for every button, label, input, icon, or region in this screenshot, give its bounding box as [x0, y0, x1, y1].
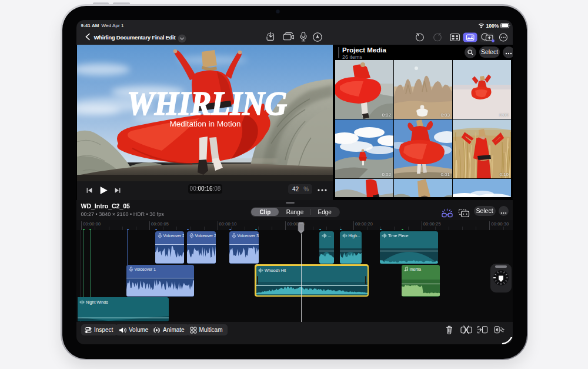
svg-text:Meditation in Motion: Meditation in Motion: [170, 119, 241, 128]
svg-text:WHIRLING: WHIRLING: [127, 85, 287, 122]
svg-text:100%: 100%: [486, 23, 499, 29]
